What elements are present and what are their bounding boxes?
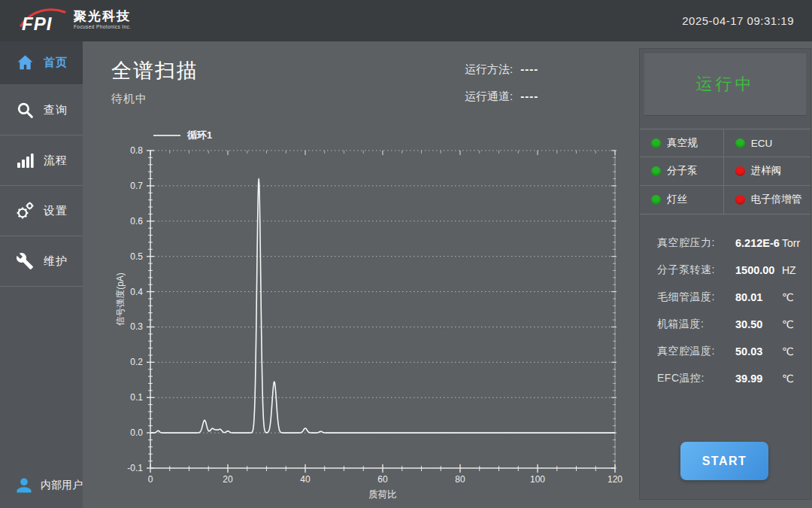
reading-value: 50.03: [735, 345, 782, 357]
svg-text:0.4: 0.4: [130, 287, 143, 297]
status-dot: [651, 195, 661, 205]
settings-icon: [15, 201, 35, 221]
svg-text:0.7: 0.7: [130, 181, 143, 191]
svg-text:0.1: 0.1: [130, 392, 143, 403]
reading-unit: Torr: [782, 237, 800, 249]
run-state-text: 运行中: [696, 73, 755, 96]
svg-text:100: 100: [530, 474, 545, 485]
reading-value: 30.50: [735, 318, 782, 330]
brand-subtitle: Focused Photonics Inc.: [74, 24, 131, 29]
reading-unit: ℃: [782, 373, 794, 385]
status-dot: [735, 138, 745, 148]
device-status-vacuum-gauge: 真空规: [640, 129, 723, 157]
reading-unit: ℃: [782, 318, 794, 330]
reading-value: 39.99: [735, 373, 782, 385]
device-status-grid: 真空规 ECU 分子泵 进样阀 灯丝 电子倍增管: [640, 129, 810, 214]
device-status-ecu: ECU: [723, 129, 810, 157]
chart-legend: 循环1: [153, 129, 212, 142]
flow-icon: [15, 151, 35, 170]
top-bar: FPI 聚光科技 Focused Photonics Inc. 2025-04-…: [0, 0, 812, 41]
svg-text:FPI: FPI: [22, 14, 53, 34]
reading-chassis-temp: 机箱温度: 30.50 ℃: [640, 311, 810, 338]
reading-value: 80.01: [735, 291, 782, 303]
legend-line-sample: [153, 135, 180, 136]
spectrum-chart: 循环1 信号强度(pA) -0.10.00.10.20.30.40.50.60.…: [105, 123, 632, 508]
device-label: 进样阀: [751, 164, 782, 178]
reading-label: 真空腔压力:: [657, 236, 735, 250]
device-status-molecular-pump: 分子泵: [640, 157, 723, 185]
svg-text:120: 120: [607, 474, 623, 485]
reading-value: 6.212E-6: [735, 237, 782, 249]
sidebar-item-flow[interactable]: 流程: [0, 135, 83, 186]
reading-unit: HZ: [782, 264, 796, 276]
svg-text:60: 60: [377, 474, 388, 485]
svg-text:0: 0: [148, 474, 153, 485]
home-icon: [15, 53, 35, 73]
svg-text:20: 20: [223, 474, 233, 485]
svg-text:0.8: 0.8: [130, 145, 143, 156]
page-title: 全谱扫描: [111, 57, 198, 84]
svg-text:80: 80: [455, 474, 465, 485]
device-status-electron-multiplier: 电子倍增管: [723, 186, 810, 214]
status-dot: [651, 138, 661, 148]
device-label: ECU: [751, 138, 773, 149]
reading-efc-temp: EFC温控: 39.99 ℃: [640, 365, 810, 392]
search-icon: [15, 100, 35, 120]
sidebar-item-label: 维护: [44, 254, 68, 269]
reading-unit: ℃: [782, 345, 794, 357]
reading-pump-speed: 分子泵转速: 1500.00 HZ: [640, 257, 810, 284]
reading-value: 1500.00: [735, 264, 782, 276]
reading-vacuum-chamber-temp: 真空腔温度: 50.03 ℃: [640, 338, 810, 365]
reading-label: 分子泵转速:: [657, 263, 735, 277]
reading-label: 真空腔温度:: [657, 345, 735, 358]
start-button[interactable]: START: [680, 442, 768, 480]
sidebar-item-label: 首页: [44, 56, 68, 70]
company-logo: FPI 聚光科技 Focused Photonics Inc.: [20, 5, 131, 35]
user-account[interactable]: 内部用户: [0, 475, 83, 496]
sidebar-item-home[interactable]: 首页: [0, 41, 83, 85]
run-channel-label: 运行通道:: [465, 90, 513, 102]
sidebar-item-maintenance[interactable]: 维护: [0, 236, 83, 287]
standby-status-label: 待机中: [111, 92, 147, 106]
status-dot: [735, 166, 745, 176]
reading-label: 机箱温度:: [657, 318, 735, 331]
sidebar-nav: 首页 查询 流程: [0, 41, 83, 508]
svg-text:40: 40: [300, 474, 311, 485]
user-name-label: 内部用户: [41, 479, 83, 492]
sidebar-item-settings[interactable]: 设置: [0, 186, 83, 236]
sidebar-item-label: 流程: [44, 154, 68, 168]
device-label: 分子泵: [667, 164, 698, 178]
sidebar-item-label: 查询: [44, 103, 68, 117]
sidebar-item-query[interactable]: 查询: [0, 85, 83, 135]
fpi-logo-icon: FPI: [20, 5, 66, 35]
reading-vacuum-pressure: 真空腔压力: 6.212E-6 Torr: [640, 230, 810, 257]
readings-list: 真空腔压力: 6.212E-6 Torr 分子泵转速: 1500.00 HZ 毛…: [640, 230, 810, 392]
run-info: 运行方法: ---- 运行通道: ----: [465, 62, 538, 117]
wrench-icon: [15, 251, 35, 271]
run-state-box: 运行中: [644, 53, 806, 116]
sidebar-item-label: 设置: [44, 204, 68, 218]
run-method-value: ----: [520, 62, 538, 75]
brand-text: 聚光科技 Focused Photonics Inc.: [74, 10, 131, 29]
reading-label: 毛细管温度:: [657, 291, 735, 304]
reading-label: EFC温控:: [657, 372, 735, 385]
spectrum-plot: -0.10.00.10.20.30.40.50.60.70.8020406080…: [105, 123, 632, 508]
device-label: 真空规: [667, 136, 698, 150]
reading-capillary-temp: 毛细管温度: 80.01 ℃: [640, 284, 810, 311]
user-icon: [14, 475, 35, 496]
run-channel-value: ----: [520, 90, 538, 102]
device-label: 电子倍增管: [751, 193, 802, 206]
legend-series-label: 循环1: [187, 129, 212, 142]
datetime-display: 2025-04-17 09:31:19: [682, 0, 794, 41]
svg-text:0.2: 0.2: [130, 357, 143, 367]
y-axis-title: 信号强度(pA): [114, 254, 127, 345]
brand-name: 聚光科技: [74, 10, 131, 23]
run-method-label: 运行方法:: [465, 62, 513, 75]
app-window: FPI 聚光科技 Focused Photonics Inc. 2025-04-…: [0, 0, 812, 508]
device-label: 灯丝: [667, 193, 687, 206]
svg-text:-0.1: -0.1: [127, 463, 143, 473]
svg-text:0.5: 0.5: [130, 251, 143, 262]
device-status-inlet-valve: 进样阀: [723, 157, 810, 185]
status-dot: [735, 195, 745, 205]
x-axis-title: 质荷比: [150, 488, 615, 501]
